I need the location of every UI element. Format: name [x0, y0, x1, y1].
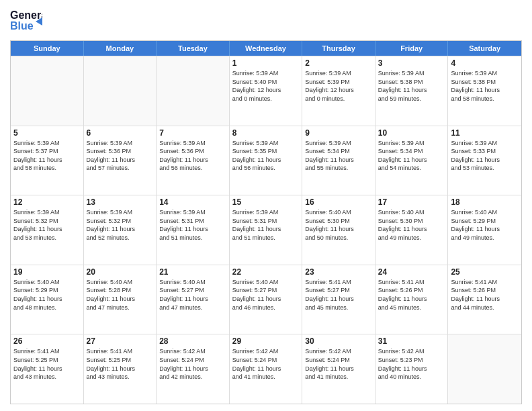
week-row-4: 19Sunrise: 5:40 AMSunset: 5:29 PMDayligh… — [11, 265, 521, 334]
cell-line: Sunrise: 5:41 AM — [87, 347, 154, 356]
day-cell-21: 21Sunrise: 5:40 AMSunset: 5:27 PMDayligh… — [157, 265, 230, 334]
cell-line: Sunset: 5:27 PM — [232, 286, 300, 295]
day-cell-20: 20Sunrise: 5:40 AMSunset: 5:28 PMDayligh… — [84, 265, 157, 334]
day-cell-30: 30Sunrise: 5:42 AMSunset: 5:24 PMDayligh… — [302, 334, 375, 404]
cell-line: Daylight: 11 hours — [305, 156, 372, 165]
cell-line: and 51 minutes. — [159, 234, 226, 242]
day-cell-28: 28Sunrise: 5:42 AMSunset: 5:24 PMDayligh… — [157, 334, 230, 404]
cell-line: Sunrise: 5:40 AM — [232, 278, 300, 287]
day-cell-19: 19Sunrise: 5:40 AMSunset: 5:29 PMDayligh… — [11, 265, 84, 334]
cell-line: Sunset: 5:26 PM — [378, 286, 445, 295]
cell-line: Sunrise: 5:39 AM — [232, 208, 300, 217]
day-number: 15 — [232, 197, 300, 207]
cell-line: Sunset: 5:32 PM — [87, 217, 154, 226]
day-cell-29: 29Sunrise: 5:42 AMSunset: 5:24 PMDayligh… — [230, 334, 303, 404]
cell-line: Sunrise: 5:40 AM — [305, 208, 372, 217]
cell-line: Sunset: 5:39 PM — [305, 78, 372, 87]
cell-line: Daylight: 11 hours — [13, 225, 81, 234]
cell-line: Sunset: 5:27 PM — [305, 286, 372, 295]
day-number: 25 — [451, 267, 519, 277]
day-number: 9 — [305, 128, 372, 138]
cell-line: and 48 minutes. — [13, 304, 81, 312]
cell-line: and 56 minutes. — [232, 164, 300, 173]
empty-cell — [157, 56, 230, 126]
day-number: 2 — [305, 58, 372, 68]
cell-line: Daylight: 11 hours — [159, 225, 226, 234]
cell-line: Sunrise: 5:39 AM — [378, 69, 445, 78]
cell-line: Sunset: 5:31 PM — [232, 217, 300, 226]
cell-line: Sunset: 5:29 PM — [451, 217, 519, 226]
header-day-monday: Monday — [84, 41, 157, 56]
day-cell-8: 8Sunrise: 5:39 AMSunset: 5:35 PMDaylight… — [230, 126, 303, 195]
cell-line: Daylight: 11 hours — [378, 86, 445, 95]
cell-line: and 42 minutes. — [159, 373, 226, 381]
cell-line: Daylight: 11 hours — [305, 295, 372, 304]
cell-line: Sunrise: 5:42 AM — [232, 347, 300, 356]
cell-line: and 58 minutes. — [451, 95, 519, 103]
cell-line: and 53 minutes. — [13, 234, 81, 242]
svg-text:General: General — [10, 9, 42, 21]
cell-line: Sunrise: 5:41 AM — [451, 278, 519, 287]
day-cell-23: 23Sunrise: 5:41 AMSunset: 5:27 PMDayligh… — [302, 265, 375, 334]
day-cell-6: 6Sunrise: 5:39 AMSunset: 5:36 PMDaylight… — [84, 126, 157, 195]
week-row-2: 5Sunrise: 5:39 AMSunset: 5:37 PMDaylight… — [11, 126, 521, 195]
cell-line: Daylight: 11 hours — [13, 156, 81, 165]
cell-line: and 45 minutes. — [305, 304, 372, 312]
header-day-friday: Friday — [375, 41, 449, 56]
day-number: 26 — [13, 336, 81, 346]
cell-line: Daylight: 11 hours — [451, 156, 519, 165]
cell-line: Sunset: 5:23 PM — [378, 356, 445, 365]
day-cell-26: 26Sunrise: 5:41 AMSunset: 5:25 PMDayligh… — [11, 334, 84, 404]
calendar: SundayMondayTuesdayWednesdayThursdayFrid… — [10, 40, 522, 404]
day-number: 4 — [451, 58, 519, 68]
day-cell-18: 18Sunrise: 5:40 AMSunset: 5:29 PMDayligh… — [448, 195, 521, 265]
cell-line: Sunrise: 5:42 AM — [378, 347, 445, 356]
day-number: 24 — [378, 267, 445, 277]
day-number: 14 — [159, 197, 226, 207]
cell-line: Sunset: 5:30 PM — [378, 217, 445, 226]
day-cell-31: 31Sunrise: 5:42 AMSunset: 5:23 PMDayligh… — [375, 334, 449, 404]
page: General Blue SundayMondayTuesdayWednesda… — [0, 0, 532, 411]
cell-line: Daylight: 11 hours — [159, 365, 226, 373]
day-number: 6 — [87, 128, 154, 138]
cell-line: Sunrise: 5:39 AM — [305, 69, 372, 78]
cell-line: Sunrise: 5:41 AM — [305, 278, 372, 287]
cell-line: Daylight: 11 hours — [232, 225, 300, 234]
day-number: 17 — [378, 197, 445, 207]
day-cell-4: 4Sunrise: 5:39 AMSunset: 5:38 PMDaylight… — [448, 56, 521, 126]
day-number: 11 — [451, 128, 519, 138]
day-cell-25: 25Sunrise: 5:41 AMSunset: 5:26 PMDayligh… — [448, 265, 521, 334]
cell-line: and 56 minutes. — [159, 164, 226, 173]
cell-line: Sunset: 5:38 PM — [451, 78, 519, 87]
cell-line: Daylight: 11 hours — [232, 365, 300, 373]
cell-line: Sunset: 5:34 PM — [305, 147, 372, 156]
cell-line: Daylight: 11 hours — [305, 225, 372, 234]
cell-line: Sunset: 5:38 PM — [378, 78, 445, 87]
cell-line: Daylight: 11 hours — [305, 365, 372, 373]
cell-line: and 55 minutes. — [305, 164, 372, 173]
cell-line: Daylight: 11 hours — [87, 225, 154, 234]
cell-line: Sunrise: 5:39 AM — [13, 139, 81, 148]
day-number: 3 — [378, 58, 445, 68]
cell-line: Daylight: 11 hours — [451, 295, 519, 304]
day-cell-22: 22Sunrise: 5:40 AMSunset: 5:27 PMDayligh… — [230, 265, 303, 334]
header-day-thursday: Thursday — [302, 41, 375, 56]
cell-line: and 49 minutes. — [451, 234, 519, 242]
empty-cell — [84, 56, 157, 126]
cell-line: and 40 minutes. — [378, 373, 445, 381]
cell-line: Sunrise: 5:39 AM — [159, 139, 226, 148]
cell-line: Sunset: 5:29 PM — [13, 286, 81, 295]
cell-line: and 52 minutes. — [87, 234, 154, 242]
day-cell-11: 11Sunrise: 5:39 AMSunset: 5:33 PMDayligh… — [448, 126, 521, 195]
cell-line: Sunrise: 5:39 AM — [232, 69, 300, 78]
cell-line: and 43 minutes. — [87, 373, 154, 381]
cell-line: Sunrise: 5:39 AM — [305, 139, 372, 148]
cell-line: Daylight: 12 hours — [232, 86, 300, 95]
cell-line: Sunset: 5:34 PM — [378, 147, 445, 156]
cell-line: Sunset: 5:36 PM — [159, 147, 226, 156]
day-number: 23 — [305, 267, 372, 277]
day-cell-5: 5Sunrise: 5:39 AMSunset: 5:37 PMDaylight… — [11, 126, 84, 195]
header: General Blue — [10, 7, 522, 36]
day-number: 5 — [13, 128, 81, 138]
day-number: 21 — [159, 267, 226, 277]
